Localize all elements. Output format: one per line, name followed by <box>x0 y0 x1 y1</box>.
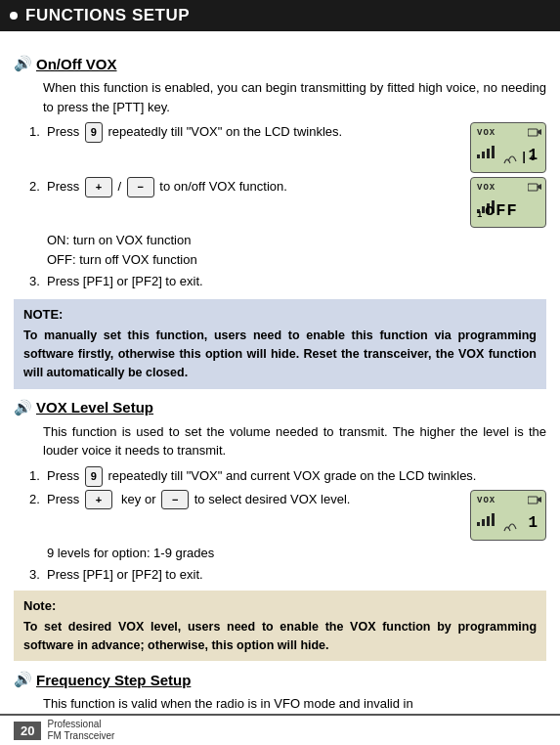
vox-bold1: VOX <box>458 347 484 361</box>
section1-title: On/Off VOX <box>36 56 117 72</box>
footer-line1: Professional <box>47 719 114 730</box>
svg-rect-0 <box>528 129 538 136</box>
lcd-signal3 <box>477 513 495 526</box>
section2-step1: 1. Press 9 repeatedly till "VOX" and cur… <box>29 466 546 487</box>
s2-step-num1: 1. <box>29 466 47 486</box>
step-num: 1. <box>29 122 47 142</box>
key-9-box: 9 <box>85 122 103 143</box>
lcd-vox-label1: VOX <box>477 127 495 141</box>
section2-title: VOX Level Setup <box>36 399 153 416</box>
lcd-vox-level: VOX 1 <box>470 490 546 541</box>
lcd-num3: 1 <box>528 511 538 535</box>
section1-intro: When this function is enabled, you can b… <box>14 78 546 116</box>
lcd-vox-off: VOX 1 oFF <box>470 177 546 228</box>
step-num2: 2. <box>29 177 47 197</box>
wave-icon-1: 🔊 <box>14 55 32 72</box>
s2-key-9: 9 <box>85 466 103 487</box>
off-line: OFF: turn off VOX function <box>47 250 546 270</box>
section2-sub: 9 levels for option: 1-9 grades <box>47 544 546 563</box>
page-number: 20 <box>14 722 41 740</box>
note-label-2: Note: <box>23 596 537 616</box>
section1-step3: 3. Press [PF1] or [PF2] to exit. <box>29 272 546 291</box>
footer: 20 Professional FM Transceiver <box>0 714 560 745</box>
header-title: FUNCTIONS SETUP <box>25 6 190 25</box>
step-sub-content: ON: turn on VOX function OFF: turn off V… <box>47 231 546 269</box>
step-content: Press 9 repeatedly till "VOX" on the LCD… <box>47 122 460 143</box>
lcd-icon1 <box>528 127 541 137</box>
main-content: 🔊 On/Off VOX When this function is enabl… <box>0 31 560 729</box>
section2-step3: 3. Press [PF1] or [PF2] to exit. <box>29 565 546 585</box>
section1-sub: ON: turn on VOX function OFF: turn off V… <box>47 231 546 269</box>
section3-intro: This function is valid when the radio is… <box>14 694 546 714</box>
step-content3: Press [PF1] or [PF2] to exit. <box>47 272 546 291</box>
lcd-vox-on: VOX |₀ 1 <box>470 122 546 173</box>
key-plus-box: + <box>85 177 112 197</box>
section3-title: Frequency Step Setup <box>36 672 191 688</box>
note-text-1: To manually set this function, users nee… <box>23 327 537 383</box>
section2-steps: 1. Press 9 repeatedly till "VOX" and cur… <box>14 466 546 585</box>
s2-sub-text: 9 levels for option: 1-9 grades <box>47 544 214 563</box>
section2-intro: This function is used to set the volume … <box>14 422 546 460</box>
lcd-vox-label3: VOX <box>477 495 495 508</box>
lcd-waves1 <box>502 146 518 167</box>
s2-step-num2: 2. <box>29 490 47 509</box>
lcd-waves3 <box>502 513 518 535</box>
footer-text: Professional FM Transceiver <box>47 719 114 742</box>
wave-icon-3: 🔊 <box>14 671 32 688</box>
section1-step2: 2. Press + / − to on/off VOX function. V… <box>29 177 546 228</box>
vox-bold3: VOX <box>350 620 375 634</box>
footer-line2: FM Transceiver <box>47 730 114 742</box>
section3-heading: 🔊 Frequency Step Setup <box>14 671 546 688</box>
section1-heading: 🔊 On/Off VOX <box>14 55 546 72</box>
header-bar: FUNCTIONS SETUP <box>0 0 560 31</box>
note-box-1: NOTE: To manually set this function, use… <box>14 299 546 389</box>
lcd-1-label: 1 <box>477 209 482 223</box>
lcd-icon2 <box>528 182 541 192</box>
header-bullet <box>10 12 18 20</box>
lcd-num1: 1 <box>528 144 538 167</box>
step-num3: 3. <box>29 272 47 291</box>
vox-bold2: VOX <box>118 620 144 634</box>
wave-icon-2: 🔊 <box>14 399 32 416</box>
section1-steps: 1. Press 9 repeatedly till "VOX" on the … <box>14 122 546 291</box>
on-line: ON: turn on VOX function <box>47 231 546 250</box>
s2-step-content2: Press + key or − to select desired VOX l… <box>47 490 460 510</box>
note-box-2: Note: To set desired VOX level, users ne… <box>14 591 546 662</box>
lcd-off-text: oFF <box>485 198 518 224</box>
s2-step-content3: Press [PF1] or [PF2] to exit. <box>47 565 546 585</box>
s2-key-plus: + <box>85 490 112 510</box>
lcd-icon3 <box>528 495 541 504</box>
s2-key-minus: − <box>161 490 189 510</box>
svg-rect-4 <box>528 497 538 504</box>
step-content2: Press + / − to on/off VOX function. <box>47 177 460 197</box>
lcd-signal1 <box>477 146 495 158</box>
section2-heading: 🔊 VOX Level Setup <box>14 399 546 416</box>
key-minus-box: − <box>127 177 154 197</box>
note-text-2: To set desired VOX level, users need to … <box>23 618 537 656</box>
note-label-1: NOTE: <box>23 305 537 325</box>
section1-step1: 1. Press 9 repeatedly till "VOX" on the … <box>29 122 546 173</box>
s2-step-content1: Press 9 repeatedly till "VOX" and curren… <box>47 466 546 487</box>
lcd-vox-label2: VOX <box>477 182 495 196</box>
s2-step-num3: 3. <box>29 565 47 585</box>
svg-rect-2 <box>528 184 538 191</box>
section2-step2: 2. Press + key or − to select desired VO… <box>29 490 546 541</box>
